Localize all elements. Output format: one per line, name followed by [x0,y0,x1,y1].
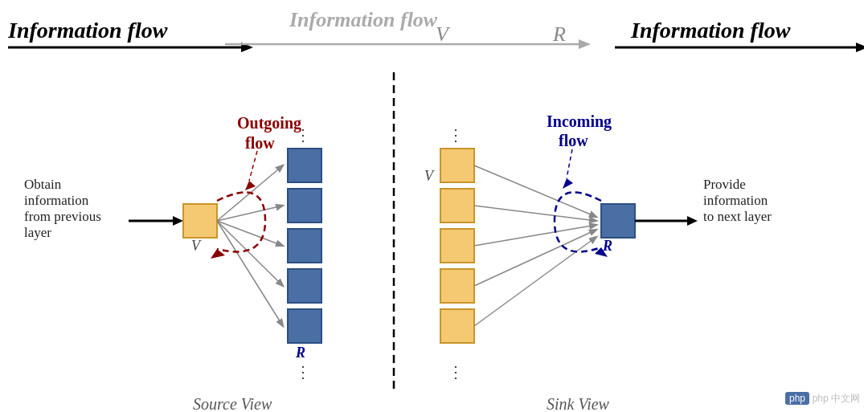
svg-rect-23 [288,229,321,263]
svg-rect-40 [440,149,474,182]
svg-line-53 [474,237,596,326]
svg-text:Incoming: Incoming [547,112,612,131]
svg-line-52 [474,230,596,286]
svg-text:Information flow: Information flow [8,18,168,43]
svg-marker-37 [245,181,256,190]
svg-rect-41 [440,189,474,222]
svg-text:R: R [295,345,305,361]
svg-rect-25 [288,309,321,343]
svg-text:V: V [424,168,435,184]
svg-text:Obtain: Obtain [24,177,62,192]
svg-line-30 [217,221,283,246]
svg-marker-10 [856,43,864,52]
main-diagram: Obtain information from previous layer V… [0,56,868,412]
right-info-flow: Information flow [615,4,864,52]
top-bar: Information flow Information flow V R In… [0,0,868,56]
svg-text:Sink View: Sink View [547,395,610,412]
svg-line-57 [567,149,572,178]
svg-rect-44 [440,309,474,343]
svg-text:V: V [436,22,451,46]
svg-text:information: information [24,193,89,208]
svg-text:Information flow: Information flow [630,18,791,43]
svg-marker-60 [687,216,698,226]
svg-text:to next layer: to next layer [703,209,772,224]
svg-text:V: V [191,238,202,254]
svg-marker-5 [579,39,591,49]
svg-line-31 [217,221,283,286]
svg-marker-58 [563,178,573,189]
svg-rect-43 [440,269,474,303]
svg-text:Provide: Provide [703,177,746,192]
svg-text:Information flow: Information flow [289,8,438,31]
svg-text:⋮: ⋮ [295,363,311,381]
svg-text:flow: flow [559,132,588,149]
svg-rect-47 [601,204,635,238]
svg-text:Outgoing: Outgoing [237,114,301,133]
svg-line-32 [217,221,283,326]
svg-rect-22 [288,189,321,222]
svg-text:R: R [552,22,566,46]
svg-text:layer: layer [24,225,51,240]
svg-rect-42 [440,229,474,263]
svg-marker-17 [173,216,183,226]
svg-line-50 [474,206,596,221]
svg-text:⋮: ⋮ [448,126,464,144]
svg-rect-21 [288,149,321,182]
svg-line-36 [249,151,257,181]
svg-text:flow: flow [245,134,275,152]
svg-text:Source View: Source View [193,395,272,412]
center-info-flow: Information flow V R [225,4,595,52]
svg-rect-24 [288,269,321,303]
svg-line-49 [474,165,596,217]
svg-text:⋮: ⋮ [448,363,464,381]
svg-rect-18 [183,204,217,238]
svg-text:information: information [703,193,768,208]
svg-text:from previous: from previous [24,209,101,224]
php-badge: php php 中文网 [785,392,860,406]
svg-line-51 [474,225,596,246]
